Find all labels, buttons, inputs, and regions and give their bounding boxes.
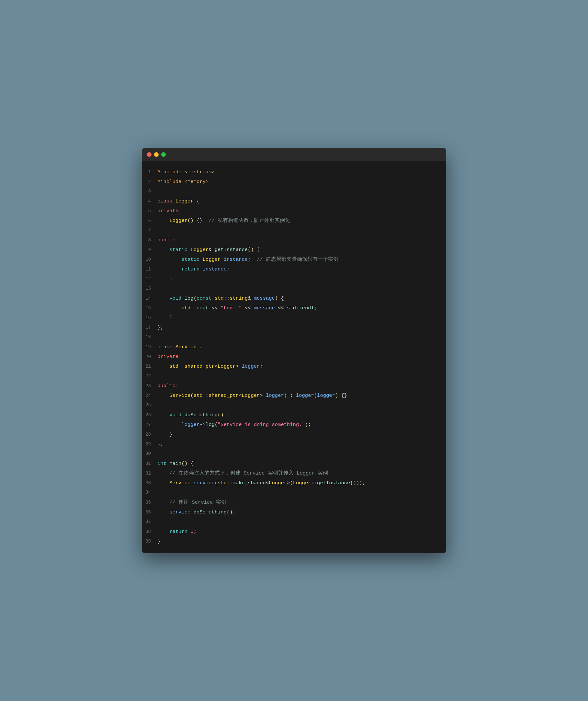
close-button[interactable] — [147, 152, 152, 157]
code-line-21: 21 std::shared_ptr<Logger> logger; — [142, 362, 446, 372]
code-line-22: 22 — [142, 372, 446, 382]
code-line-23: 23 public: — [142, 382, 446, 391]
code-line-34: 34 — [142, 488, 446, 498]
code-line-16: 16 } — [142, 313, 446, 323]
maximize-button[interactable] — [161, 152, 166, 157]
titlebar — [142, 148, 446, 161]
code-line-9: 9 static Logger& getInstance() { — [142, 246, 446, 255]
code-line-33: 33 Service service(std::make_shared<Logg… — [142, 479, 446, 488]
code-line-38: 38 return 0; — [142, 527, 446, 537]
minimize-button[interactable] — [154, 152, 159, 157]
code-line-31: 31 int main() { — [142, 459, 446, 469]
code-line-29: 29 }; — [142, 440, 446, 450]
code-line-7: 7 — [142, 226, 446, 236]
code-line-26: 26 void doSomething() { — [142, 411, 446, 421]
code-line-13: 13 — [142, 284, 446, 294]
code-line-39: 39 } — [142, 537, 446, 547]
code-line-11: 11 return instance; — [142, 265, 446, 275]
code-line-20: 20 private: — [142, 353, 446, 362]
code-line-8: 8 public: — [142, 236, 446, 246]
code-line-17: 17 }; — [142, 323, 446, 333]
code-line-3: 3 — [142, 187, 446, 197]
code-line-15: 15 std::cout << "Log: " << message << st… — [142, 304, 446, 313]
code-line-6: 6 Logger() {} // 私有构造函数，防止外部实例化 — [142, 216, 446, 226]
code-line-28: 28 } — [142, 430, 446, 440]
code-line-1: 1 #include <iostream> — [142, 168, 446, 178]
code-line-5: 5 private: — [142, 207, 446, 216]
code-line-2: 2 #include <memory> — [142, 178, 446, 187]
code-line-14: 14 void log(const std::string& message) … — [142, 294, 446, 304]
code-editor: 1 #include <iostream> 2 #include <memory… — [142, 161, 446, 553]
code-line-12: 12 } — [142, 275, 446, 284]
code-line-32: 32 // 在依赖注入的方式下，创建 Service 实例并传入 Logger … — [142, 469, 446, 479]
code-line-30: 30 — [142, 450, 446, 459]
code-line-4: 4 class Logger { — [142, 197, 446, 207]
code-line-35: 35 // 使用 Service 实例 — [142, 498, 446, 508]
code-line-10: 10 static Logger instance; // 静态局部变量确保只有… — [142, 255, 446, 265]
code-window: 1 #include <iostream> 2 #include <memory… — [142, 148, 446, 553]
code-line-18: 18 — [142, 333, 446, 343]
code-line-36: 36 service.doSomething(); — [142, 508, 446, 518]
code-line-19: 19 class Service { — [142, 343, 446, 353]
code-line-25: 25 — [142, 401, 446, 411]
code-line-24: 24 Service(std::shared_ptr<Logger> logge… — [142, 391, 446, 401]
code-line-27: 27 logger->log("Service is doing somethi… — [142, 421, 446, 430]
code-line-37: 37 — [142, 518, 446, 527]
